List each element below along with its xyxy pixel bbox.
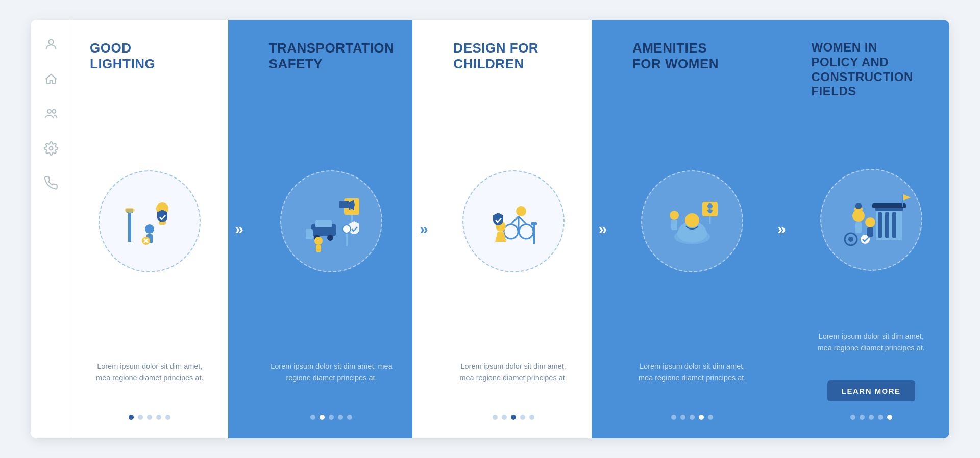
women-policy-svg: [830, 179, 912, 261]
amenities-women-svg: [651, 181, 733, 262]
dot-3-2[interactable]: [502, 415, 507, 420]
svg-rect-37: [533, 224, 535, 244]
cards-container: GOOD LIGHTING: [71, 20, 949, 438]
svg-point-60: [848, 237, 853, 242]
svg-rect-52: [872, 203, 906, 208]
svg-rect-48: [878, 212, 882, 238]
svg-point-23: [314, 237, 323, 245]
card-2-illustration: P: [269, 87, 395, 355]
card-2-dots: [269, 415, 395, 420]
dot-5-2[interactable]: [860, 415, 865, 420]
dot-1-4[interactable]: [156, 415, 161, 420]
dot-2-3[interactable]: [329, 415, 334, 420]
svg-rect-4: [128, 211, 131, 242]
card-5-dashed-circle: [820, 169, 922, 271]
card-good-lighting: GOOD LIGHTING: [71, 20, 228, 438]
card-3-illustration: [453, 87, 573, 355]
sidebar-icon-settings[interactable]: [43, 140, 59, 157]
dot-2-5[interactable]: [347, 415, 352, 420]
svg-rect-24: [316, 245, 321, 252]
svg-point-62: [865, 217, 875, 227]
card-amenities-women: AMENITIES FOR WOMEN: [614, 20, 771, 438]
svg-rect-38: [531, 222, 537, 225]
card-2-title: TRANSPORTATION SAFETY: [269, 40, 395, 72]
dot-1-3[interactable]: [147, 415, 152, 420]
card-4-dashed-circle: [641, 170, 743, 272]
card-2-dashed-circle: P: [280, 170, 382, 272]
sidebar-icon-home[interactable]: [43, 71, 59, 87]
svg-rect-50: [892, 212, 896, 238]
dot-4-1[interactable]: [671, 415, 676, 420]
svg-point-2: [52, 110, 56, 113]
svg-point-22: [327, 235, 333, 241]
card-5-illustration: [811, 114, 931, 325]
card-3-title: DESIGN FOR CHILDREN: [453, 40, 573, 72]
svg-point-9: [145, 224, 154, 234]
card-5-desc: Lorem ipsum dolor sit dim amet, mea regi…: [811, 330, 931, 371]
sidebar: [31, 20, 71, 438]
svg-point-55: [852, 210, 865, 222]
dot-4-5[interactable]: [708, 415, 713, 420]
svg-point-40: [685, 213, 699, 227]
dot-5-5[interactable]: [887, 415, 892, 420]
svg-point-1: [47, 110, 51, 113]
dot-3-5[interactable]: [529, 415, 534, 420]
good-lighting-svg: [109, 181, 190, 262]
sidebar-icon-users[interactable]: [43, 106, 59, 122]
dot-2-2[interactable]: [320, 415, 325, 420]
design-children-svg: [473, 181, 554, 262]
card-women-policy-construction: WOMEN IN POLICY AND CONSTRUCTION FIELDS: [793, 20, 949, 438]
svg-rect-58: [855, 222, 862, 233]
card-5-title: WOMEN IN POLICY AND CONSTRUCTION FIELDS: [811, 40, 931, 99]
dot-3-4[interactable]: [520, 415, 525, 420]
dot-1-5[interactable]: [165, 415, 170, 420]
card-4-desc: Lorem ipsum dolor sit dim amet, mea regi…: [632, 361, 752, 401]
chevron-2: »: [412, 20, 435, 438]
card-transportation-safety: TRANSPORTATION SAFETY P: [251, 20, 413, 438]
sidebar-icon-user[interactable]: [43, 36, 59, 53]
card-1-title: GOOD LIGHTING: [90, 40, 210, 72]
dot-2-1[interactable]: [310, 415, 315, 420]
svg-point-30: [504, 224, 518, 239]
svg-line-32: [519, 216, 526, 224]
dot-4-4[interactable]: [699, 415, 704, 420]
dot-1-1[interactable]: [129, 415, 134, 420]
card-1-illustration: [90, 87, 210, 355]
card-5-dots: [811, 415, 931, 420]
transportation-safety-svg: P: [290, 181, 372, 262]
dot-5-1[interactable]: [850, 415, 855, 420]
dot-3-1[interactable]: [493, 415, 498, 420]
svg-point-28: [516, 206, 526, 216]
svg-point-42: [707, 203, 713, 209]
svg-rect-17: [339, 201, 349, 208]
svg-rect-20: [315, 220, 332, 227]
dot-1-2[interactable]: [138, 415, 143, 420]
svg-line-31: [511, 216, 519, 224]
chevron-1: »: [228, 20, 251, 438]
learn-more-button[interactable]: LEARN MORE: [827, 380, 915, 401]
svg-point-3: [49, 147, 53, 150]
card-3-desc: Lorem ipsum dolor sit dim amet, mea regi…: [453, 361, 573, 401]
card-1-dots: [90, 415, 210, 420]
svg-rect-63: [867, 227, 873, 237]
dot-5-4[interactable]: [878, 415, 883, 420]
card-4-title: AMENITIES FOR WOMEN: [632, 40, 752, 72]
dot-4-3[interactable]: [690, 415, 695, 420]
chevron-4: »: [770, 20, 793, 438]
dot-5-3[interactable]: [869, 415, 874, 420]
dot-3-3[interactable]: [511, 415, 516, 420]
card-3-dashed-circle: [462, 170, 565, 272]
svg-rect-25: [306, 229, 313, 239]
app-container: GOOD LIGHTING: [31, 20, 949, 438]
dot-4-2[interactable]: [680, 415, 685, 420]
svg-rect-57: [855, 203, 862, 209]
svg-rect-46: [671, 220, 677, 230]
card-2-desc: Lorem ipsum dolor sit dim amet, mea regi…: [269, 361, 395, 401]
dot-2-4[interactable]: [338, 415, 343, 420]
svg-point-29: [519, 224, 533, 239]
sidebar-icon-phone[interactable]: [43, 175, 59, 191]
card-design-children: DESIGN FOR CHILDREN: [435, 20, 592, 438]
card-4-illustration: [632, 87, 752, 355]
svg-point-6: [125, 208, 135, 213]
chevron-3: »: [592, 20, 614, 438]
